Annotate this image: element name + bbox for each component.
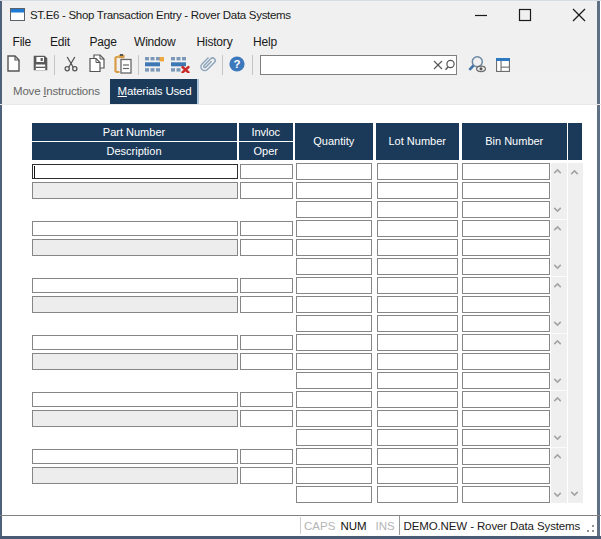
- svg-text:?: ?: [233, 58, 240, 70]
